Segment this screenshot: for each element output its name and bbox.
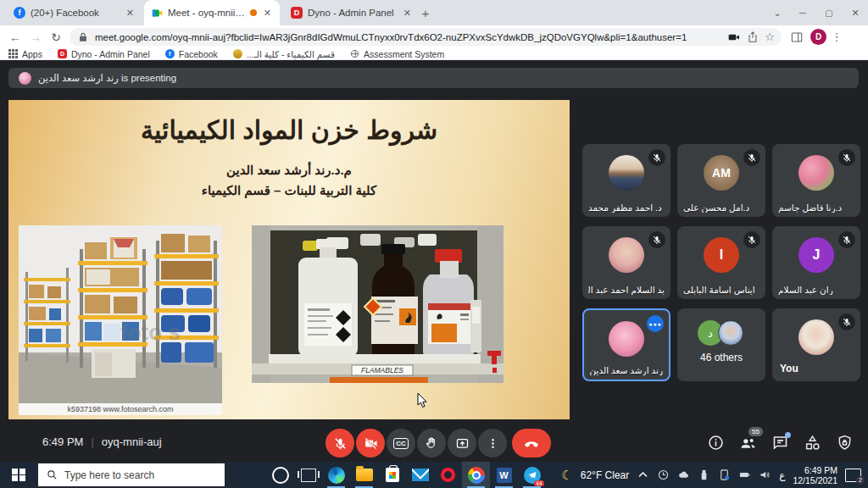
browser-menu-icon[interactable]: ⋮: [826, 30, 847, 43]
activities-button[interactable]: [804, 434, 821, 452]
participant-name: د.رنا فاضل جاسم: [778, 202, 854, 213]
cortana-icon: [272, 467, 289, 484]
tab-meet[interactable]: Meet - oyq-mnii-auj ✕: [144, 0, 280, 25]
tray-app-icon[interactable]: [657, 469, 670, 481]
bookmark-facebook[interactable]: f Facebook: [165, 49, 218, 59]
share-icon[interactable]: [746, 30, 760, 44]
address-bar[interactable]: meet.google.com/oyq-mnii-auj?fbclid=IwAR…: [70, 28, 782, 46]
word-icon: W: [497, 468, 512, 483]
participant-tile[interactable]: د. احمد مظفر محمد: [582, 144, 670, 217]
word-button[interactable]: W: [490, 462, 518, 488]
window-close-button[interactable]: ✕: [843, 0, 868, 25]
cortana-button[interactable]: [266, 462, 294, 488]
bookmarks-bar: Apps D Dyno - Admin Panel f Facebook قسم…: [0, 48, 868, 60]
volume-icon[interactable]: [759, 469, 771, 481]
mic-toggle-button[interactable]: [326, 429, 354, 458]
camera-in-use-icon[interactable]: [727, 30, 741, 44]
bookmark-dyno[interactable]: D Dyno - Admin Panel: [58, 49, 150, 59]
close-tab-icon[interactable]: ✕: [262, 8, 273, 19]
close-tab-icon[interactable]: ✕: [125, 8, 136, 19]
taskbar-clock[interactable]: 6:49 PM 12/15/2021: [793, 465, 837, 485]
your-phone-icon[interactable]: [718, 469, 731, 481]
onedrive-cloud-icon[interactable]: [677, 469, 690, 481]
new-tab-button[interactable]: +: [417, 4, 434, 21]
dyno-icon: D: [58, 49, 67, 58]
participant-tile[interactable]: J ران عبد السلام: [772, 226, 860, 299]
present-screen-button[interactable]: [448, 429, 476, 458]
start-button[interactable]: [0, 462, 37, 488]
reload-icon[interactable]: ↻: [46, 30, 66, 44]
slide-title: شروط خزن المواد الكيميائية: [8, 115, 570, 145]
meeting-details-button[interactable]: [707, 434, 725, 452]
avatar: [609, 237, 644, 273]
end-call-button[interactable]: [512, 429, 551, 458]
profile-avatar[interactable]: D: [810, 29, 826, 45]
tab-dyno[interactable]: D Dyno - Admin Panel ✕: [284, 0, 420, 25]
mic-muted-icon: [648, 149, 665, 166]
participant-tile[interactable]: بد السلام احمد عبد السلام...: [582, 226, 670, 299]
opera-button[interactable]: [434, 462, 462, 488]
screen: f (20+) Facebook ✕ Meet - oyq-mnii-auj ✕…: [0, 0, 868, 488]
dyno-favicon: D: [291, 7, 303, 19]
url-text[interactable]: meet.google.com/oyq-mnii-auj?fbclid=IwAR…: [95, 32, 722, 42]
telegram-badge: 44: [534, 480, 543, 486]
task-view-button[interactable]: [294, 462, 322, 488]
bookmark-star-icon[interactable]: ☆: [765, 30, 775, 43]
night-weather-icon[interactable]: ☾: [561, 468, 572, 483]
battery-icon[interactable]: [738, 469, 751, 481]
call-controls: CC: [326, 429, 551, 458]
close-tab-icon[interactable]: ✕: [402, 8, 413, 19]
clock-time: 6:49 PM: [804, 465, 837, 475]
tab-search-chevron-icon[interactable]: ⌄: [765, 0, 790, 25]
captions-button[interactable]: CC: [387, 429, 415, 458]
participant-name: ران عبد السلام: [778, 285, 854, 295]
tile-menu-icon[interactable]: ●●●: [647, 315, 664, 332]
participant-tile-active-speaker[interactable]: ●●● رند ارشد سعد الدين: [582, 308, 670, 381]
self-tile[interactable]: You: [772, 308, 860, 381]
side-panel-icon[interactable]: [790, 30, 804, 44]
back-icon[interactable]: ←: [5, 30, 25, 44]
usb-device-icon[interactable]: [698, 469, 710, 481]
action-center-button[interactable]: 2: [845, 469, 861, 482]
bookmark-label: Dyno - Admin Panel: [71, 49, 150, 59]
mouse-cursor: [417, 393, 427, 408]
chrome-button[interactable]: [462, 462, 490, 488]
raise-hand-button[interactable]: [417, 429, 446, 458]
others-tile[interactable]: د 46 others: [677, 308, 765, 381]
host-controls-button[interactable]: [836, 434, 854, 452]
show-hidden-icons-chevron[interactable]: [637, 469, 649, 481]
telegram-button[interactable]: 44: [518, 462, 546, 488]
chemicals-photo: FLAMABLES: [252, 225, 504, 383]
self-label: You: [780, 363, 798, 374]
tab-label: (20+) Facebook: [31, 8, 120, 18]
file-explorer-button[interactable]: [350, 462, 378, 488]
language-indicator[interactable]: ع: [779, 469, 785, 481]
slide-college: كلية التربية للبنات – قسم الكيمياء: [8, 183, 570, 198]
weather-text[interactable]: 62°F Clear: [581, 469, 630, 481]
bookmark-apps[interactable]: Apps: [8, 49, 42, 59]
microsoft-store-button[interactable]: [378, 462, 406, 488]
chrome-icon: [468, 467, 485, 484]
facebook-favicon: f: [14, 7, 25, 19]
tab-label: Meet - oyq-mnii-auj: [168, 8, 245, 18]
participants-button[interactable]: 55: [739, 434, 757, 452]
chat-button[interactable]: [771, 434, 789, 452]
taskbar-search-input[interactable]: Type here to search: [37, 463, 225, 487]
participant-tile[interactable]: AM د.امل محسن علي: [677, 144, 765, 217]
window-minimize-button[interactable]: ─: [790, 0, 815, 25]
participant-tile[interactable]: I ايناس اسامة البابلي: [677, 226, 765, 299]
system-tray: ☾ 62°F Clear ع 6:49 PM 12/15/2021 2: [561, 465, 868, 485]
presenting-banner: رند ارشد سعد الدين is presenting: [8, 68, 859, 88]
participant-tile[interactable]: د.رنا فاضل جاسم: [772, 144, 860, 217]
folder-icon: [356, 469, 373, 481]
more-options-button[interactable]: [478, 429, 507, 458]
edge-button[interactable]: [322, 462, 350, 488]
forward-icon[interactable]: →: [25, 30, 46, 44]
tab-facebook[interactable]: f (20+) Facebook ✕: [7, 0, 142, 25]
mail-button[interactable]: [406, 462, 434, 488]
avatar: [609, 155, 644, 191]
window-maximize-button[interactable]: ▢: [816, 0, 842, 25]
bookmark-assessment[interactable]: Assessment System: [350, 49, 444, 59]
camera-toggle-button[interactable]: [356, 429, 385, 458]
bookmark-chemistry-dept[interactable]: قسم الكيمياء - كلية الـ...: [233, 49, 335, 59]
